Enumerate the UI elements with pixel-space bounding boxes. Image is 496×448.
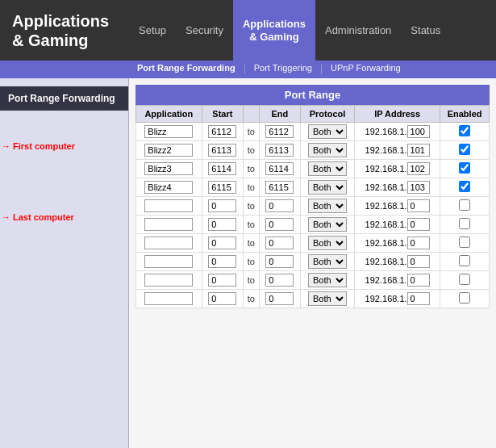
protocol-select-1[interactable]: BothTCPUDP (308, 143, 347, 157)
enabled-checkbox-3[interactable] (459, 181, 470, 192)
protocol-select-0[interactable]: BothTCPUDP (308, 124, 347, 139)
protocol-select-5[interactable]: BothTCPUDP (308, 217, 347, 232)
enabled-checkbox-4[interactable] (459, 199, 470, 211)
ip-last-input-3[interactable] (407, 181, 430, 194)
table-row: toBothTCPUDP192.168.1. (136, 178, 490, 197)
end-input-4[interactable] (265, 199, 294, 212)
col-ip: IP Address (355, 106, 440, 123)
start-input-6[interactable] (208, 237, 236, 249)
protocol-select-8[interactable]: BothTCPUDP (308, 273, 347, 287)
ip-prefix-2: 192.168.1. (365, 164, 407, 174)
ip-last-input-2[interactable] (407, 162, 430, 175)
end-input-0[interactable] (265, 125, 294, 138)
main-layout: Port Range Forwarding → First computer →… (0, 78, 496, 448)
end-input-3[interactable] (265, 181, 294, 194)
app-input-0[interactable] (144, 125, 193, 138)
app-input-4[interactable] (144, 199, 193, 212)
table-row: toBothTCPUDP192.168.1. (136, 160, 490, 178)
sub-nav-port-range-forwarding[interactable]: Port Range Forwarding (129, 61, 244, 78)
start-input-7[interactable] (208, 255, 236, 268)
protocol-select-4[interactable]: BothTCPUDP (308, 199, 347, 213)
enabled-checkbox-8[interactable] (459, 274, 470, 285)
enabled-checkbox-6[interactable] (459, 237, 470, 248)
end-input-2[interactable] (265, 162, 294, 175)
sidebar-item-port-range-forwarding[interactable]: Port Range Forwarding (0, 86, 128, 111)
start-input-0[interactable] (208, 125, 236, 138)
first-computer-label: → First computer (2, 141, 75, 151)
ip-last-input-8[interactable] (407, 274, 430, 287)
header: Applications & Gaming Setup Security App… (0, 0, 496, 61)
ip-prefix-1: 192.168.1. (365, 145, 407, 155)
col-application: Application (136, 106, 202, 123)
to-label-0: to (243, 123, 259, 141)
ip-last-input-5[interactable] (407, 218, 430, 231)
tab-administration[interactable]: Administration (315, 0, 401, 61)
sub-nav-upnp-forwarding[interactable]: UPnP Forwarding (323, 61, 409, 78)
protocol-select-6[interactable]: BothTCPUDP (308, 236, 347, 250)
app-input-9[interactable] (144, 292, 193, 305)
end-input-1[interactable] (265, 144, 294, 157)
end-input-6[interactable] (265, 237, 294, 249)
ip-prefix-3: 192.168.1. (365, 182, 407, 192)
table-row: toBothTCPUDP192.168.1. (136, 197, 490, 216)
protocol-select-3[interactable]: BothTCPUDP (308, 180, 347, 195)
tab-setup[interactable]: Setup (129, 0, 176, 61)
app-input-3[interactable] (144, 181, 193, 194)
protocol-select-7[interactable]: BothTCPUDP (308, 254, 347, 269)
port-range-table: Application Start End Protocol IP Addres… (135, 105, 490, 308)
table-row: toBothTCPUDP192.168.1. (136, 216, 490, 234)
to-label-9: to (243, 290, 259, 308)
end-input-8[interactable] (265, 274, 294, 287)
ip-last-input-1[interactable] (407, 144, 430, 157)
start-input-4[interactable] (208, 199, 236, 212)
sub-nav-port-triggering[interactable]: Port Triggering (246, 61, 320, 78)
end-input-7[interactable] (265, 255, 294, 268)
logo: Applications & Gaming (0, 3, 129, 58)
start-input-1[interactable] (208, 144, 236, 157)
ip-last-input-0[interactable] (407, 125, 430, 138)
ip-last-input-4[interactable] (407, 199, 430, 212)
protocol-select-9[interactable]: BothTCPUDP (308, 291, 347, 306)
tab-security[interactable]: Security (176, 0, 233, 61)
enabled-checkbox-7[interactable] (459, 255, 470, 266)
first-computer-arrow-icon: → (2, 141, 10, 151)
enabled-checkbox-2[interactable] (459, 162, 470, 174)
ip-prefix-9: 192.168.1. (365, 294, 407, 304)
enabled-checkbox-0[interactable] (459, 125, 470, 136)
last-computer-label: → Last computer (2, 212, 74, 222)
enabled-checkbox-9[interactable] (459, 292, 470, 304)
table-row: toBothTCPUDP192.168.1. (136, 253, 490, 271)
to-label-8: to (243, 271, 259, 290)
end-input-9[interactable] (265, 292, 294, 305)
table-row: toBothTCPUDP192.168.1. (136, 141, 490, 160)
start-input-3[interactable] (208, 181, 236, 194)
app-input-1[interactable] (144, 144, 193, 157)
enabled-checkbox-1[interactable] (459, 144, 470, 155)
last-computer-arrow-icon: → (2, 212, 10, 222)
ip-last-input-9[interactable] (407, 292, 430, 305)
table-row: toBothTCPUDP192.168.1. (136, 271, 490, 290)
start-input-8[interactable] (208, 274, 236, 287)
tab-applications-gaming[interactable]: Applications& Gaming (233, 0, 315, 61)
app-input-5[interactable] (144, 218, 193, 231)
start-input-5[interactable] (208, 218, 236, 231)
nav-tabs: Setup Security Applications& Gaming Admi… (129, 0, 496, 61)
app-input-7[interactable] (144, 255, 193, 268)
ip-last-input-6[interactable] (407, 237, 430, 249)
app-input-8[interactable] (144, 274, 193, 287)
ip-prefix-5: 192.168.1. (365, 220, 407, 229)
end-input-5[interactable] (265, 218, 294, 231)
ip-prefix-7: 192.168.1. (365, 257, 407, 266)
to-label-1: to (243, 141, 259, 160)
start-input-9[interactable] (208, 292, 236, 305)
to-label-3: to (243, 178, 259, 197)
tab-status[interactable]: Status (401, 0, 450, 61)
col-start: Start (202, 106, 243, 123)
app-input-6[interactable] (144, 237, 193, 249)
ip-last-input-7[interactable] (407, 255, 430, 268)
ip-prefix-6: 192.168.1. (365, 238, 407, 248)
app-input-2[interactable] (144, 162, 193, 175)
start-input-2[interactable] (208, 162, 236, 175)
enabled-checkbox-5[interactable] (459, 218, 470, 229)
protocol-select-2[interactable]: BothTCPUDP (308, 161, 347, 176)
